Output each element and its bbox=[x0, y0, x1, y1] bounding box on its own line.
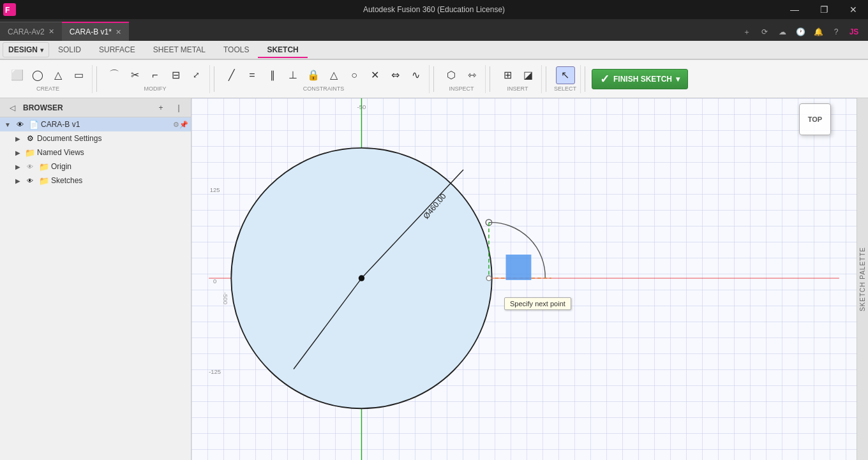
main-canvas[interactable]: -50 125 0 -125 -125 -250 -375 -500 Ø460.… bbox=[191, 98, 857, 460]
select-tools-row: ↖ bbox=[556, 66, 575, 84]
sep4 bbox=[490, 66, 490, 92]
tab-clock-button[interactable]: 🕐 bbox=[791, 23, 809, 41]
tree-item-sketches[interactable]: ▶ 👁 📁 Sketches bbox=[0, 174, 191, 188]
tab-label-active: CARA-B v1* bbox=[70, 27, 112, 36]
check-icon: ✓ bbox=[600, 72, 610, 86]
pattern-tool[interactable]: ⊟ bbox=[166, 66, 185, 84]
tab-cara-av2[interactable]: CARA-Av2 ✕ bbox=[0, 22, 62, 41]
parallel-tool[interactable]: ∥ bbox=[263, 66, 282, 84]
doc-settings-label: Document Settings bbox=[37, 134, 101, 143]
select-group: ↖ SELECT bbox=[550, 65, 581, 93]
root-label: CARA-B v1 bbox=[41, 120, 80, 129]
circle-tool[interactable]: ◯ bbox=[28, 66, 47, 84]
scissors-tool[interactable]: ✂ bbox=[125, 66, 144, 84]
select-tool[interactable]: ↖ bbox=[556, 66, 575, 84]
tree-arrow-origin[interactable]: ▶ bbox=[13, 161, 23, 172]
tree-arrow-named-views[interactable]: ▶ bbox=[13, 147, 23, 158]
perp-tool[interactable]: ⊥ bbox=[283, 66, 303, 84]
tree-arrow-doc[interactable]: ▶ bbox=[13, 133, 23, 144]
select-label: SELECT bbox=[554, 85, 576, 92]
svg-text:F: F bbox=[5, 6, 10, 15]
tree-item-root[interactable]: ▼ 👁 📄 CARA-B v1 ⚙ 📌 bbox=[0, 117, 191, 131]
ruler-label-neg500-side: -500 bbox=[222, 292, 229, 304]
inspect-tools-row: ⬡ ⇿ bbox=[442, 66, 481, 84]
tab-bell-button[interactable]: 🔔 bbox=[809, 23, 827, 41]
sidebar-collapse-icon[interactable]: ◁ bbox=[5, 101, 19, 115]
insert-view-tool[interactable]: ◪ bbox=[518, 66, 537, 84]
tree-item-doc-settings[interactable]: ▶ ⚙ Document Settings bbox=[0, 131, 191, 145]
finish-sketch-button[interactable]: ✓ FINISH SKETCH ▾ bbox=[592, 69, 688, 89]
tree-item-origin[interactable]: ▶ 👁 📁 Origin bbox=[0, 160, 191, 174]
insert-label: INSERT bbox=[507, 85, 528, 92]
tab-help-button[interactable]: ? bbox=[827, 23, 845, 41]
tab-user-button[interactable]: JS bbox=[845, 23, 863, 41]
line-tool[interactable]: ╱ bbox=[222, 66, 241, 84]
sep5 bbox=[546, 66, 546, 92]
tab-cara-bv1[interactable]: CARA-B v1* ✕ bbox=[62, 22, 129, 41]
nav-tab-surface[interactable]: SURFACE bbox=[90, 43, 144, 58]
curv-tool[interactable]: ∿ bbox=[406, 66, 425, 84]
tree-arrow-root[interactable]: ▼ bbox=[3, 119, 13, 130]
minimize-button[interactable]: — bbox=[780, 0, 809, 19]
named-views-label: Named Views bbox=[37, 148, 84, 157]
measure-tool[interactable]: ⬡ bbox=[442, 66, 461, 84]
constraints-label: CONSTRAINTS bbox=[303, 85, 345, 92]
named-views-folder-icon: 📁 bbox=[24, 147, 36, 158]
root-visibility-icon[interactable]: 👁 bbox=[14, 119, 26, 130]
canvas-area[interactable]: -50 125 0 -125 -125 -250 -375 -500 Ø460.… bbox=[191, 98, 857, 460]
triangle-tool[interactable]: △ bbox=[49, 66, 68, 84]
tab-refresh-button[interactable]: ⟳ bbox=[756, 23, 774, 41]
maximize-button[interactable]: ❐ bbox=[809, 0, 839, 19]
sketches-label: Sketches bbox=[51, 176, 82, 185]
inspect-group: ⬡ ⇿ INSPECT bbox=[438, 65, 486, 93]
main-area: ◁ BROWSER + | ▼ 👁 📄 CARA-B v1 ⚙ 📌 ▶ ⚙ Do… bbox=[0, 98, 868, 460]
arc-tool[interactable]: ⌒ bbox=[105, 66, 124, 84]
sym-tool[interactable]: ⇔ bbox=[385, 66, 405, 84]
origin-label: Origin bbox=[51, 162, 71, 171]
create-tools-row: ⬜ ◯ △ ▭ bbox=[8, 66, 88, 84]
app-icon: F bbox=[0, 0, 19, 19]
nav-tab-tools[interactable]: TOOLS bbox=[214, 43, 258, 58]
rect-tool[interactable]: ⬜ bbox=[8, 66, 27, 84]
modify-label: MODIFY bbox=[144, 85, 167, 92]
sidebar-menu-icon[interactable]: | bbox=[172, 101, 186, 115]
sketches-folder-icon: 📁 bbox=[38, 175, 50, 186]
nav-tab-sheet-metal[interactable]: SHEET METAL bbox=[144, 43, 214, 58]
toolgroups: ⬜ ◯ △ ▭ CREATE ⌒ ✂ ⌐ ⊟ ⤢ MODIFY ╱ = ∥ ⊥ … bbox=[0, 60, 868, 98]
sketches-visibility-icon[interactable]: 👁 bbox=[24, 175, 36, 186]
root-options-icon[interactable]: ⚙ bbox=[173, 121, 179, 129]
equal-tool[interactable]: = bbox=[243, 66, 262, 84]
inspect-label: INSPECT bbox=[449, 85, 474, 92]
sidebar-add-icon[interactable]: + bbox=[154, 101, 168, 115]
tri-tool[interactable]: △ bbox=[324, 66, 343, 84]
tree-item-named-views[interactable]: ▶ 📁 Named Views bbox=[0, 145, 191, 160]
root-pin-icon[interactable]: 📌 bbox=[179, 121, 188, 129]
finish-sketch-arrow: ▾ bbox=[676, 75, 680, 84]
lock-tool[interactable]: 🔒 bbox=[304, 66, 323, 84]
sidebar: ◁ BROWSER + | ▼ 👁 📄 CARA-B v1 ⚙ 📌 ▶ ⚙ Do… bbox=[0, 98, 191, 460]
tab-actions: ＋ ⟳ ☁ 🕐 🔔 ? JS bbox=[738, 23, 868, 41]
tab-close-icon[interactable]: ✕ bbox=[49, 27, 54, 36]
app-title: Autodesk Fusion 360 (Education License) bbox=[0, 5, 868, 14]
fillet-tool[interactable]: ⌐ bbox=[146, 66, 165, 84]
slot-tool[interactable]: ▭ bbox=[69, 66, 88, 84]
offset-tool[interactable]: ⤢ bbox=[186, 66, 206, 84]
ruler-label-125: 125 bbox=[210, 186, 220, 193]
cut-tool[interactable]: ✕ bbox=[365, 66, 384, 84]
nav-tab-solid[interactable]: SOLID bbox=[49, 43, 90, 58]
tree-arrow-sketches[interactable]: ▶ bbox=[13, 175, 23, 186]
ruler-tool[interactable]: ⇿ bbox=[462, 66, 481, 84]
modify-group: ⌒ ✂ ⌐ ⊟ ⤢ MODIFY bbox=[101, 65, 210, 93]
sketch-palette-panel[interactable]: SKETCH PALETTE bbox=[857, 98, 868, 460]
insert-img-tool[interactable]: ⊞ bbox=[498, 66, 517, 84]
origin-visibility-icon[interactable]: 👁 bbox=[24, 161, 36, 172]
new-tab-button[interactable]: ＋ bbox=[738, 23, 756, 41]
tab-cloud-button[interactable]: ☁ bbox=[774, 23, 791, 41]
tab-close-active-icon[interactable]: ✕ bbox=[116, 28, 121, 36]
design-dropdown[interactable]: DESIGN ▾ bbox=[3, 42, 49, 57]
circ-constraint-tool[interactable]: ○ bbox=[345, 66, 364, 84]
tabbar: CARA-Av2 ✕ CARA-B v1* ✕ ＋ ⟳ ☁ 🕐 🔔 ? JS bbox=[0, 19, 868, 41]
close-button[interactable]: ✕ bbox=[839, 0, 868, 19]
nav-tab-sketch[interactable]: SKETCH bbox=[258, 43, 307, 58]
ruler-label-neg125: -125 bbox=[209, 368, 221, 375]
